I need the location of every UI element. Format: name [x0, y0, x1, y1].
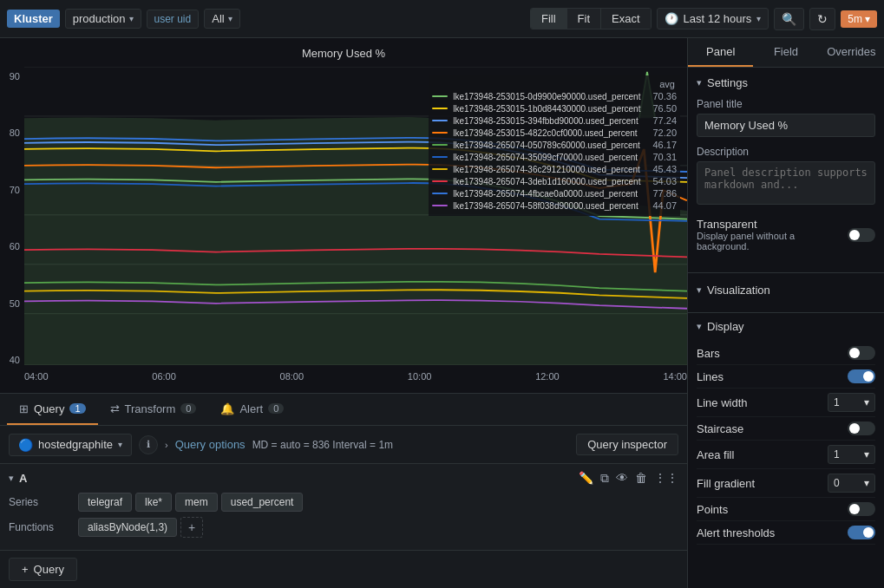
add-function-button[interactable]: +: [180, 517, 203, 538]
func-alias-by-node[interactable]: aliasByNode(1,3): [78, 518, 177, 537]
transparent-label: Transparent: [697, 218, 848, 231]
area-fill-row: Area fill 1 ▾: [697, 441, 875, 469]
datasource-name: hostedgraphite: [38, 438, 113, 451]
display-header[interactable]: ▾ Display: [697, 320, 875, 333]
query-header: ▾ A ✏️ ⧉ 👁 🗑 ⋮⋮: [9, 471, 678, 486]
settings-header[interactable]: ▾ Settings: [697, 76, 875, 89]
info-button[interactable]: ℹ: [139, 435, 158, 454]
tab-field[interactable]: Field: [753, 38, 818, 67]
series-row: Series telegraf lke* mem used_percent: [9, 493, 678, 512]
avg-header: avg: [432, 79, 677, 89]
datasource-picker[interactable]: 🔵 hostedgraphite ▾: [9, 434, 132, 456]
panel-title-input[interactable]: [697, 114, 875, 137]
staircase-toggle[interactable]: [848, 421, 875, 435]
alert-thresholds-row: Alert thresholds: [697, 521, 875, 545]
edit-icon[interactable]: ✏️: [579, 471, 593, 486]
tab-panel[interactable]: Panel: [688, 38, 753, 67]
query-count-badge: 1: [69, 403, 85, 414]
fill-gradient-row: Fill gradient 0 ▾: [697, 469, 875, 498]
chevron-down-icon-af: ▾: [864, 448, 869, 461]
legend-color-7: [432, 180, 448, 182]
settings-chevron-icon: ▾: [697, 77, 702, 88]
legend-label-4: lke173948-265074-050789c60000.used_perce…: [453, 140, 640, 150]
legend-value-2: 77.24: [645, 115, 677, 126]
bars-toggle[interactable]: [848, 346, 875, 360]
datasource-select[interactable]: production ▾: [65, 9, 141, 29]
tab-query-label: Query: [34, 402, 64, 415]
transparent-toggle[interactable]: [848, 228, 875, 242]
points-label: Points: [697, 503, 728, 516]
area-fill-select[interactable]: 1 ▾: [828, 445, 875, 464]
tag-telegraf[interactable]: telegraf: [78, 493, 132, 512]
legend-item-3: lke173948-253015-4822c0cf0000.used_perce…: [432, 127, 677, 138]
transparent-hint: Display panel without a background.: [697, 231, 848, 252]
zoom-out-button[interactable]: 🔍: [774, 8, 804, 30]
transform-icon: ⇄: [110, 402, 120, 415]
bell-icon: 🔔: [220, 402, 234, 415]
copy-icon[interactable]: ⧉: [600, 471, 609, 486]
collapse-icon[interactable]: ▾: [9, 473, 14, 484]
divider-1: [688, 272, 884, 273]
chevron-down-icon-all: ▾: [228, 14, 232, 23]
add-query-label: Query: [34, 563, 64, 576]
refresh-button[interactable]: ↻: [809, 8, 835, 30]
alert-count-badge: 0: [268, 403, 284, 414]
tag-used-percent[interactable]: used_percent: [221, 493, 304, 512]
tab-query[interactable]: ⊞ Query 1: [7, 394, 98, 425]
hide-icon[interactable]: 👁: [616, 471, 628, 486]
tab-alert[interactable]: 🔔 Alert 0: [208, 394, 296, 425]
query-options-link[interactable]: Query options: [175, 438, 246, 451]
legend-label-6: lke173948-265074-36c291210000.used_perce…: [453, 165, 640, 174]
settings-title: Settings: [707, 76, 748, 89]
right-tabs: Panel Field Overrides: [688, 38, 884, 68]
tag-lke[interactable]: lke*: [135, 493, 172, 512]
legend-color-5: [432, 156, 448, 158]
delete-icon[interactable]: 🗑: [635, 471, 647, 486]
add-query-button[interactable]: + Query: [9, 558, 77, 581]
display-section: ▾ Display Bars Lines Line width: [688, 320, 884, 553]
staircase-row: Staircase: [697, 417, 875, 441]
description-input[interactable]: [697, 161, 875, 205]
query-builder: ▾ A ✏️ ⧉ 👁 🗑 ⋮⋮ Series telegraf lke* mem…: [0, 464, 687, 551]
interval-label: 5m: [848, 13, 862, 25]
plus-icon: +: [22, 563, 29, 576]
fill-gradient-select[interactable]: 0 ▾: [828, 474, 875, 493]
query-inspector-button[interactable]: Query inspector: [576, 434, 678, 455]
alert-thresholds-toggle[interactable]: [848, 526, 875, 539]
legend-value-9: 44.07: [645, 200, 677, 211]
tab-transform-label: Transform: [125, 402, 176, 415]
line-width-select[interactable]: 1 ▾: [828, 393, 875, 412]
lines-label: Lines: [697, 370, 724, 383]
time-range-selector[interactable]: 🕐 Last 12 hours ▾: [657, 8, 769, 29]
fill-button[interactable]: Fill: [531, 9, 567, 29]
datasource-label: production: [73, 12, 126, 25]
legend-item-9: lke173948-265074-58f038d90000.used_perce…: [432, 200, 677, 211]
drag-handle-icon[interactable]: ⋮⋮: [654, 471, 678, 486]
legend-item-0: lke173948-253015-0d9900e90000.used_perce…: [432, 91, 677, 101]
tag-mem[interactable]: mem: [175, 493, 218, 512]
points-toggle[interactable]: [848, 502, 875, 516]
query-meta: MD = auto = 836 Interval = 1m: [252, 439, 393, 451]
line-width-value: 1: [834, 396, 840, 408]
legend-label-1: lke173948-253015-1b0d84430000.used_perce…: [453, 104, 640, 114]
interval-selector[interactable]: 5m ▾: [841, 10, 877, 28]
panel-title-label: Panel title: [697, 98, 875, 110]
legend-label-7: lke173948-265074-3deb1d160000.used_perce…: [453, 177, 640, 186]
tab-transform[interactable]: ⇄ Transform 0: [98, 394, 209, 425]
fill-gradient-value: 0: [834, 477, 840, 489]
visualization-header[interactable]: ▾ Visualization: [697, 284, 875, 297]
bars-toggle-knob: [849, 348, 860, 358]
exact-button[interactable]: Exact: [601, 9, 651, 29]
legend-area: avg lke173948-253015-0d9900e90000.used_p…: [429, 75, 680, 216]
legend-label-5: lke173948-265074-35099cf70000.used_perce…: [453, 153, 638, 162]
all-select[interactable]: All ▾: [204, 9, 239, 29]
legend-value-3: 72.20: [645, 127, 677, 138]
chart-canvas-area: 04:00 06:00 08:00 10:00 12:00 14:00 avg …: [24, 67, 687, 387]
tag-badge[interactable]: user uid: [147, 10, 200, 29]
fit-button[interactable]: Fit: [567, 9, 601, 29]
tab-overrides[interactable]: Overrides: [819, 38, 884, 67]
y-axis: 90 80 70 60 50 40: [0, 67, 24, 387]
legend-color-6: [432, 168, 448, 170]
query-icon: ⊞: [19, 402, 29, 415]
lines-toggle[interactable]: [848, 369, 875, 383]
